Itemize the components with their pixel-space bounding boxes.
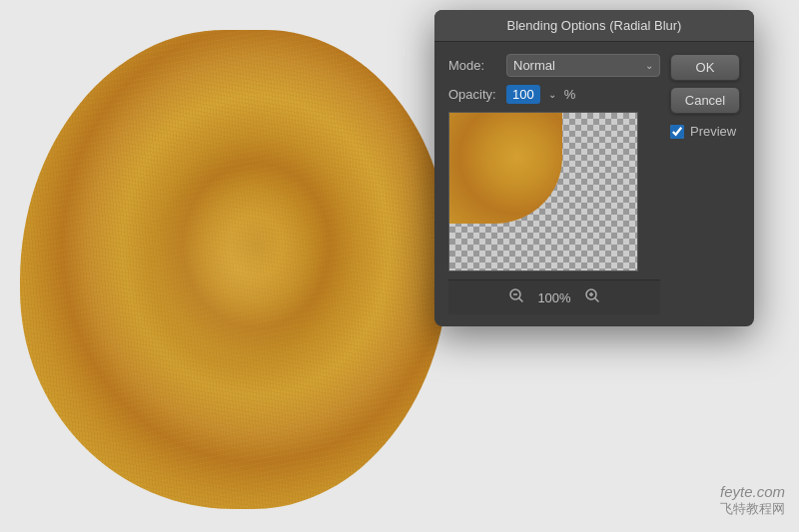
mode-row: Mode: Normal ⌄ — [448, 54, 660, 77]
ok-button[interactable]: OK — [670, 54, 740, 81]
watermark: feyte.com 飞特教程网 — [720, 483, 785, 518]
preview-row: Preview — [670, 124, 740, 139]
percent-label: % — [564, 87, 576, 102]
fur-blob — [20, 30, 449, 509]
mode-label: Mode: — [448, 58, 500, 73]
mode-chevron-icon: ⌄ — [645, 60, 653, 71]
svg-line-2 — [519, 298, 522, 301]
zoom-in-button[interactable] — [581, 286, 603, 308]
dialog-title: Blending Options (Radial Blur) — [434, 10, 754, 42]
preview-canvas — [448, 112, 638, 271]
dialog-actions: OK Cancel Preview — [670, 54, 740, 314]
opacity-row: Opacity: 100 ⌄ % — [448, 85, 660, 104]
fur-center-highlight — [85, 102, 386, 437]
dialog-controls: Mode: Normal ⌄ Opacity: 100 ⌄ % — [448, 54, 660, 314]
preview-checkbox[interactable] — [670, 125, 684, 139]
zoom-level: 100% — [537, 290, 570, 305]
dialog-body: Mode: Normal ⌄ Opacity: 100 ⌄ % — [434, 42, 754, 326]
cancel-button[interactable]: Cancel — [670, 87, 740, 114]
zoom-out-button[interactable] — [505, 286, 527, 308]
opacity-label: Opacity: — [448, 87, 500, 102]
watermark-name: 飞特教程网 — [720, 500, 785, 518]
zoom-controls: 100% — [448, 279, 660, 314]
opacity-value[interactable]: 100 — [506, 85, 540, 104]
mode-value: Normal — [513, 58, 641, 73]
watermark-url: feyte.com — [720, 483, 785, 500]
svg-line-6 — [595, 298, 598, 301]
mode-select[interactable]: Normal ⌄ — [506, 54, 660, 77]
opacity-chevron-icon: ⌄ — [548, 89, 556, 100]
preview-check-label: Preview — [690, 124, 736, 139]
blending-options-dialog: Blending Options (Radial Blur) Mode: Nor… — [434, 10, 754, 326]
